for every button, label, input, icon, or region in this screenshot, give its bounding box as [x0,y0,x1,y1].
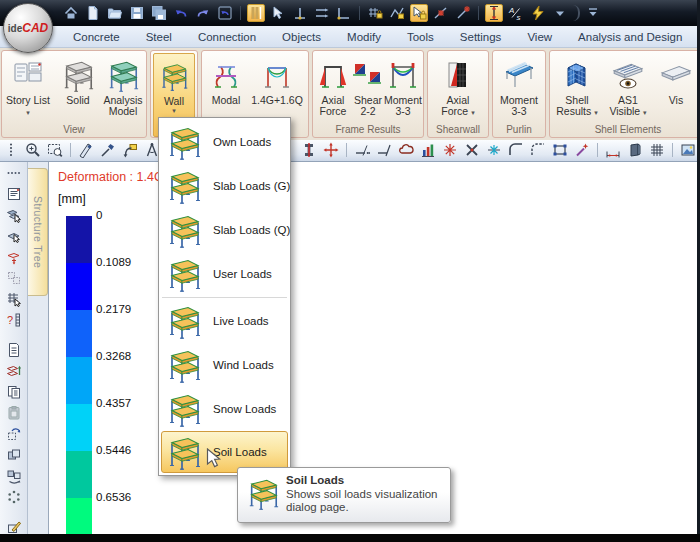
new-document-icon[interactable] [84,4,102,22]
structure-tree-tab[interactable]: Structure Tree [28,168,48,296]
moment-3-3-button[interactable]: Moment 3-3 [385,53,421,123]
picture-icon[interactable] [679,141,697,159]
pipette-icon[interactable] [99,141,117,159]
ghost-boxes-icon[interactable] [4,270,23,286]
measure-vertical-icon[interactable] [485,4,503,22]
move-all-icon[interactable] [322,141,340,159]
undo-box-icon[interactable] [216,4,234,22]
tab-objects[interactable]: Objects [269,28,334,46]
analysis-model-button[interactable]: Analysis Model [98,53,148,123]
rect-handles-icon[interactable] [551,141,569,159]
doc-lines-icon[interactable] [4,342,23,358]
wand-icon[interactable] [573,141,591,159]
menu-item-wind-loads[interactable]: Wind Loads [159,343,290,387]
cursor-snap-icon[interactable] [269,4,287,22]
menu-item-user-loads[interactable]: User Loads [159,252,290,296]
app-logo-button[interactable]: ideCAD [3,3,53,53]
tab-analysis-and-design[interactable]: Analysis and Design [565,28,695,46]
parallel-icon[interactable] [313,4,331,22]
cross-x-icon[interactable] [463,141,481,159]
story-list-button[interactable]: Story List ▾ [4,53,52,123]
table-cursor-icon[interactable] [4,291,23,307]
grip-h-icon[interactable] [4,165,23,181]
ribbon-group-view: Story List ▾ Solid [1,50,147,138]
snap-end-icon[interactable] [454,4,472,22]
column-axis-icon[interactable] [300,141,318,159]
fillet-dashed-icon[interactable] [529,141,547,159]
trim-dots-icon[interactable] [353,141,371,159]
dropdown-small-icon[interactable] [551,4,569,22]
modal-button[interactable]: Modal [204,53,248,123]
select-stack-icon[interactable] [4,207,23,223]
tab-settings[interactable]: Settings [447,28,515,46]
left-tool-rail: ? [0,162,28,534]
group-label-view: View [2,123,146,137]
boxes-swap-icon[interactable] [4,468,23,484]
box-arrow-icon[interactable] [4,426,23,442]
measure-q-icon[interactable]: ? [4,312,23,328]
report-icon[interactable] [4,186,23,202]
dim-icon[interactable] [604,141,622,159]
home-icon[interactable] [62,4,80,22]
snap-cyan-icon[interactable] [485,141,503,159]
copy-icon[interactable] [4,384,23,400]
ruler-pen-icon[interactable] [77,141,95,159]
grid-icon[interactable] [648,141,666,159]
menu-item-live-loads[interactable]: Live Loads [159,299,290,343]
grid-lock-icon[interactable] [366,4,384,22]
panel-icon[interactable] [626,141,644,159]
grip-icon[interactable] [2,141,20,159]
tab-tools[interactable]: Tools [394,28,447,46]
zoom-window-icon[interactable] [46,141,64,159]
quick-run-icon[interactable] [529,4,547,22]
tab-steel[interactable]: Steel [133,28,185,46]
menu-item-snow-loads[interactable]: Snow Loads [159,387,290,431]
save-all-icon[interactable] [150,4,168,22]
corner-icon[interactable] [335,4,353,22]
edit-draw-icon[interactable] [4,519,23,535]
trim-icon[interactable] [375,141,393,159]
visible-button[interactable]: Vis [654,53,698,123]
snap-mid-icon[interactable] [432,4,450,22]
combination-1-4g-1-6q-button[interactable]: 1.4G+1.6Q [248,53,306,123]
tab-concrete[interactable]: Concrete [60,28,133,46]
open-icon[interactable] [106,4,124,22]
save-icon[interactable] [128,4,146,22]
tab-view[interactable]: View [514,28,565,46]
node-lock-icon[interactable] [410,4,428,22]
zoom-in-icon[interactable] [24,141,42,159]
snap-star-icon[interactable] [441,141,459,159]
solid-button[interactable]: Solid [58,53,98,123]
layers-z-icon[interactable] [4,363,23,379]
as1-visible-button[interactable]: AS1 Visible ▾ [602,53,654,123]
redo-icon[interactable] [194,4,212,22]
perpendicular-icon[interactable] [291,4,309,22]
undo-icon[interactable] [172,4,190,22]
shear-2-2-button[interactable]: Shear 2-2 [351,53,385,123]
goto-box-icon[interactable] [121,141,139,159]
move-object-icon[interactable] [4,249,23,265]
tab-modify[interactable]: Modify [334,28,394,46]
cloud-icon[interactable] [397,141,415,159]
two-boxes-icon[interactable] [4,447,23,463]
shearwall-axial-force-button[interactable]: Axial Force ▾ [432,53,484,123]
frame-axial-force-button[interactable]: Axial Force [315,53,351,123]
menu-item-slab-loads-q[interactable]: Slab Loads (Q) [159,208,290,252]
menu-item-own-loads[interactable]: Own Loads [159,120,290,164]
select-one-icon[interactable] [4,228,23,244]
area-steel-icon[interactable]: As [507,4,525,22]
menu-item-slab-loads-g[interactable]: Slab Loads (G) [159,164,290,208]
visible-plate-icon [659,55,693,95]
scale-tick-label: 0.6536 [96,491,131,503]
layer-lines-icon[interactable] [247,4,265,22]
purlin-moment-button[interactable]: Moment 3-3 [495,53,543,123]
fillet-icon[interactable] [507,141,525,159]
chart-flag-icon[interactable] [419,141,437,159]
paste-icon[interactable] [4,405,23,421]
scale-tick-label: 0 [96,209,102,221]
tab-connection[interactable]: Connection [185,28,269,46]
dot-ring-icon[interactable] [4,489,23,505]
shell-results-button[interactable]: Shell Results ▾ [552,53,602,123]
path-lock-icon[interactable] [388,4,406,22]
collapse-icon[interactable] [584,4,602,22]
